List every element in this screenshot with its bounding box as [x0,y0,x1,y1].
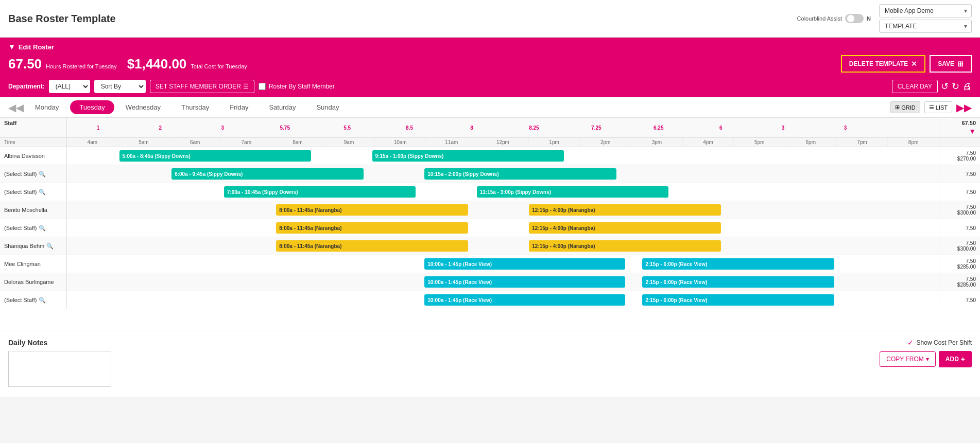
time-4pm: 4pm [683,138,734,147]
grid-view-button[interactable]: ⊞ GRID [890,101,920,113]
sort-by-select[interactable]: Sort By [94,80,146,93]
time-7am: 7am [221,138,272,147]
delete-template-button[interactable]: DELETE TEMPLATE ✕ [841,55,925,73]
next-week-arrow[interactable]: ▶▶ [956,101,972,114]
staff-cell: (Select Staff) 🔍 [0,291,67,309]
page-title: Base Roster Template [8,13,116,25]
table-row: (Select Staff) 🔍 6:00a - 9:45a (Sippy Do… [0,165,980,183]
shift-block[interactable]: 10:00a - 1:45p (Race View) [424,258,625,270]
timeline-cell[interactable]: 7:00a - 10:45a (Sippy Downs) 11:15a - 3:… [67,183,939,201]
shift-block[interactable]: 11:15a - 3:00p (Sippy Downs) [477,186,668,198]
shift-block[interactable]: 10:00a - 1:45p (Race View) [424,276,625,288]
col-num-575: 5.75 [254,125,316,131]
timeline-cell[interactable]: 10:00a - 1:45p (Race View) 2:15p - 6:00p… [67,291,939,309]
time-5pm: 5pm [734,138,785,147]
timeline-cell[interactable]: 10:00a - 1:45p (Race View) 2:15p - 6:00p… [67,255,939,273]
col-num-55: 5.5 [316,125,379,131]
time-5am: 5am [118,138,170,147]
timeline-cell[interactable]: 8:00a - 11:45a (Narangba) 12:15p - 4:00p… [67,237,939,255]
hours-cell: 7.50$300.00 [939,237,980,255]
col-num-625: 6.25 [627,125,690,131]
hours-value: 67.50 [8,56,42,72]
daily-notes-textarea[interactable] [8,351,111,387]
colorblind-value: N [867,15,871,22]
tab-monday[interactable]: Monday [26,100,68,114]
shift-block[interactable]: 8:00a - 11:45a (Narangba) [276,222,468,234]
roster-by-staff-checkbox[interactable]: Roster By Staff Member [259,83,335,90]
time-6pm: 6pm [785,138,837,147]
shift-block[interactable]: 12:15p - 4:00p (Narangba) [529,204,720,216]
template-dropdown[interactable]: TEMPLATE ▾ [879,20,972,33]
cost-label: Total Cost for Tuesday [191,63,247,69]
delete-icon: ✕ [911,60,917,68]
staff-cell: Deloras Burlingame [0,273,67,291]
print-button[interactable]: 🖨 [962,81,972,92]
footer-area: Daily Notes ✓ Show Cost Per Shift COPY F… [0,330,980,397]
hours-cell: 7.50$300.00 [939,201,980,219]
shift-block[interactable]: 12:15p - 4:00p (Narangba) [529,240,720,252]
table-row: Albina Davisson 5:00a - 8:45a (Sippy Dow… [0,147,980,165]
shift-block[interactable]: 10:00a - 1:45p (Race View) [424,294,625,306]
undo-button[interactable]: ↺ [941,81,949,92]
show-cost-checkbox[interactable]: ✓ Show Cost Per Shift [907,339,972,347]
colorblind-toggle[interactable] [845,14,864,23]
tab-friday[interactable]: Friday [220,100,257,114]
location-dropdown[interactable]: Mobile App Demo ▾ [879,4,972,17]
search-icon[interactable]: 🔍 [39,225,46,232]
shift-block[interactable]: 2:15p - 6:00p (Race View) [642,294,834,306]
tab-tuesday[interactable]: Tuesday [70,100,114,114]
col-num-1: 1 [67,125,129,131]
search-icon[interactable]: 🔍 [39,189,46,196]
timeline-cell[interactable]: 10:00a - 1:45p (Race View) 2:15p - 6:00p… [67,273,939,291]
col-num-6: 6 [690,125,752,131]
check-icon: ✓ [907,339,914,347]
shift-block[interactable]: 7:00a - 10:45a (Sippy Downs) [224,186,416,198]
tab-wednesday[interactable]: Wednesday [116,100,170,114]
tab-sunday[interactable]: Sunday [307,100,348,114]
prev-week-arrow[interactable]: ◀◀ [8,101,24,114]
table-row: (Select Staff) 🔍 8:00a - 11:45a (Narangb… [0,219,980,237]
shift-block[interactable]: 8:00a - 11:45a (Narangba) [276,240,468,252]
shift-block[interactable]: 9:15a - 1:00p (Sippy Downs) [372,150,564,162]
table-row: Shaniqua Behm 🔍 8:00a - 11:45a (Narangba… [0,237,980,255]
search-icon[interactable]: 🔍 [39,171,46,178]
tab-thursday[interactable]: Thursday [172,100,218,114]
staff-cell: (Select Staff) 🔍 [0,219,67,237]
clear-day-button[interactable]: CLEAR DAY [892,80,938,93]
timeline-cell[interactable]: 8:00a - 11:45a (Narangba) 12:15p - 4:00p… [67,219,939,237]
table-row: (Select Staff) 🔍 10:00a - 1:45p (Race Vi… [0,291,980,309]
shift-block[interactable]: 12:15p - 4:00p (Narangba) [529,222,720,234]
col-num-3b: 3 [752,125,814,131]
search-icon[interactable]: 🔍 [39,297,46,304]
shift-block[interactable]: 2:15p - 6:00p (Race View) [642,276,834,288]
list-view-button[interactable]: ☰ LIST [924,101,952,113]
redo-button[interactable]: ↻ [952,81,959,92]
shift-block[interactable]: 2:15p - 6:00p (Race View) [642,258,834,270]
shift-block[interactable]: 10:15a - 2:00p (Sippy Downs) [424,168,616,180]
department-select[interactable]: (ALL) [49,80,90,93]
order-icon: ☰ [243,83,249,90]
col-num-2: 2 [129,125,192,131]
shift-block[interactable]: 8:00a - 11:45a (Narangba) [276,204,468,216]
set-staff-order-button[interactable]: SET STAFF MEMBER ORDER ☰ [150,80,254,93]
hours-cell: 7.50$270.00 [939,147,980,165]
tab-saturday[interactable]: Saturday [260,100,305,114]
colorblind-assist: Colourblind Assist N [797,14,871,23]
dropdown-indicator[interactable]: ▼ [969,127,976,135]
time-7pm: 7pm [837,138,888,147]
col-num-85: 8.5 [379,125,441,131]
timeline-cell[interactable]: 6:00a - 9:45a (Sippy Downs) 10:15a - 2:0… [67,165,939,183]
table-row: Deloras Burlingame 10:00a - 1:45p (Race … [0,273,980,291]
staff-cell: Mee Clingman [0,255,67,273]
list-icon: ☰ [929,104,934,111]
shift-block[interactable]: 5:00a - 8:45a (Sippy Downs) [119,150,311,162]
search-icon[interactable]: 🔍 [46,243,54,250]
chevron-down-icon: ▾ [926,356,929,363]
cost-stat: $1,440.00 Total Cost for Tuesday [127,56,247,72]
add-button[interactable]: ADD + [939,351,972,367]
copy-from-button[interactable]: COPY FROM ▾ [880,351,935,367]
shift-block[interactable]: 6:00a - 9:45a (Sippy Downs) [171,168,363,180]
timeline-cell[interactable]: 5:00a - 8:45a (Sippy Downs) 9:15a - 1:00… [67,147,939,165]
save-button[interactable]: SAVE ⊞ [930,55,972,73]
timeline-cell[interactable]: 8:00a - 11:45a (Narangba) 12:15p - 4:00p… [67,201,939,219]
